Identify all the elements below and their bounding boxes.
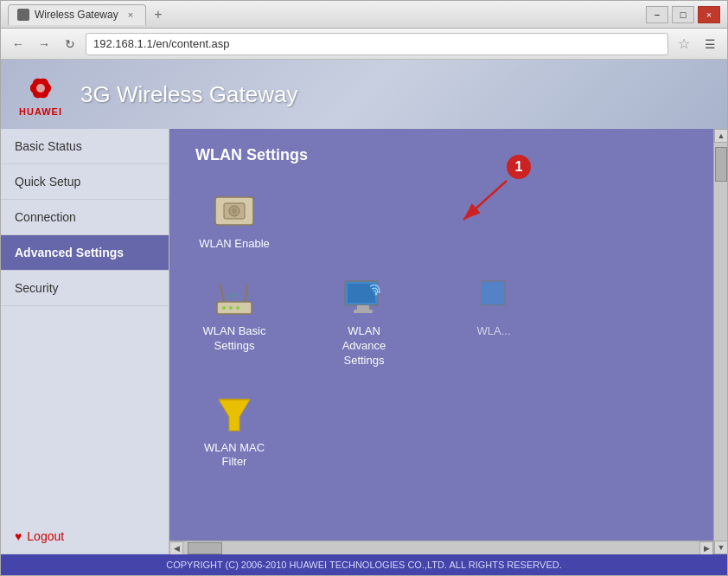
svg-point-24	[375, 292, 378, 295]
copyright-text: COPYRIGHT (C) 2006-2010 HUAWEI TECHNOLOG…	[166, 560, 561, 570]
tab-title: Wireless Gateway	[35, 9, 118, 21]
app-header: HUAWEI 3G Wireless Gateway	[1, 60, 727, 129]
annotation-arrow	[437, 176, 524, 228]
icons-grid: WLAN Enable	[195, 190, 701, 470]
brand-name: HUAWEI	[19, 106, 62, 117]
icon-wlan-advance[interactable]: WLAN Advance Settings	[325, 278, 403, 368]
logout-icon: ♥	[15, 529, 22, 543]
app-footer: COPYRIGHT (C) 2006-2010 HUAWEI TECHNOLOG…	[1, 554, 727, 575]
svg-point-12	[232, 208, 237, 214]
wlan-basic-icon	[212, 278, 257, 317]
icon-wlan-partial[interactable]: WLA...	[455, 278, 533, 339]
refresh-button[interactable]: ↻	[60, 34, 80, 54]
icons-row-3: WLAN MAC Filter	[195, 394, 701, 470]
scroll-thumb-v[interactable]	[715, 147, 727, 182]
svg-rect-25	[481, 281, 505, 305]
svg-rect-22	[357, 305, 369, 310]
sidebar-item-security[interactable]: Security	[1, 271, 169, 306]
sidebar-item-basic-status[interactable]: Basic Status	[1, 129, 169, 164]
wlan-basic-label: WLAN Basic Settings	[195, 324, 273, 354]
scrollbar-vertical[interactable]: ▲ ▼	[713, 129, 727, 554]
icon-wlan-mac-filter[interactable]: WLAN MAC Filter	[195, 394, 273, 470]
svg-point-18	[229, 306, 233, 310]
content-inner: WLAN Settings 1	[169, 129, 727, 487]
scrollbar-horizontal[interactable]: ◀ ▶	[169, 541, 713, 554]
huawei-logo-icon	[18, 72, 63, 105]
maximize-button[interactable]: □	[672, 6, 694, 23]
bookmark-icon[interactable]: ☆	[674, 34, 694, 54]
huawei-logo: HUAWEI	[18, 72, 63, 117]
svg-line-8	[463, 181, 507, 220]
annotation-badge-1: 1	[507, 155, 531, 179]
svg-point-19	[236, 306, 239, 310]
svg-point-6	[36, 84, 45, 93]
main-area: Basic Status Quick Setup Connection Adva…	[1, 129, 727, 554]
icon-wlan-enable[interactable]: WLAN Enable	[195, 190, 273, 252]
svg-line-14	[220, 285, 224, 302]
scroll-up-button[interactable]: ▲	[714, 129, 727, 143]
svg-rect-23	[354, 310, 373, 313]
sidebar-item-logout[interactable]: ♥ Logout	[1, 519, 169, 554]
browser-tab[interactable]: Wireless Gateway ×	[8, 4, 146, 25]
sidebar-item-connection[interactable]: Connection	[1, 200, 169, 235]
new-tab-button[interactable]: +	[146, 4, 170, 25]
close-button[interactable]: ×	[698, 6, 720, 23]
back-button[interactable]: ←	[8, 34, 29, 54]
scroll-down-button[interactable]: ▼	[714, 541, 727, 554]
tab-favicon	[17, 9, 29, 21]
browser-window: Wireless Gateway × + − □ × ← → ↻ 192.168…	[0, 0, 728, 576]
sidebar-item-advanced-settings[interactable]: Advanced Settings	[1, 235, 169, 271]
sidebar-item-quick-setup[interactable]: Quick Setup	[1, 164, 169, 200]
page-title: WLAN Settings	[195, 146, 701, 164]
wlan-enable-label: WLAN Enable	[199, 237, 270, 252]
wlan-advance-icon	[342, 278, 386, 317]
svg-line-15	[245, 285, 248, 302]
svg-point-16	[233, 295, 236, 298]
window-controls: − □ ×	[646, 6, 720, 23]
forward-button[interactable]: →	[34, 34, 54, 54]
scroll-left-button[interactable]: ◀	[169, 541, 183, 554]
scroll-thumb-h[interactable]	[188, 542, 222, 554]
scroll-right-button[interactable]: ▶	[699, 541, 713, 554]
app-title: 3G Wireless Gateway	[80, 81, 297, 108]
app-container: HUAWEI 3G Wireless Gateway Basic Status …	[1, 60, 727, 575]
svg-point-17	[222, 306, 226, 310]
wlan-mac-filter-icon	[215, 394, 253, 434]
scroll-track-h[interactable]	[183, 541, 699, 554]
tab-close-button[interactable]: ×	[125, 9, 137, 21]
sidebar: Basic Status Quick Setup Connection Adva…	[1, 129, 169, 554]
wlan-enable-icon	[212, 190, 257, 230]
menu-icon[interactable]: ☰	[699, 34, 720, 54]
content-scroll: WLAN Settings 1	[169, 129, 727, 554]
title-bar: Wireless Gateway × + − □ ×	[1, 1, 727, 29]
wlan-mac-filter-label: WLAN MAC Filter	[195, 441, 273, 470]
address-bar[interactable]: 192.168.1.1/en/content.asp	[86, 33, 668, 55]
minimize-button[interactable]: −	[646, 6, 668, 23]
icon-wlan-basic[interactable]: WLAN Basic Settings	[195, 278, 273, 354]
scroll-track-v[interactable]	[714, 143, 727, 541]
icons-row-2: WLAN Basic Settings	[195, 278, 701, 368]
wlan-partial-icon	[481, 278, 507, 317]
content-area: WLAN Settings 1	[169, 129, 727, 554]
nav-bar: ← → ↻ 192.168.1.1/en/content.asp ☆ ☰	[1, 29, 727, 60]
svg-marker-26	[219, 400, 250, 431]
wlan-partial-label: WLA...	[476, 324, 510, 339]
url-text: 192.168.1.1/en/content.asp	[93, 37, 230, 50]
wlan-advance-label: WLAN Advance Settings	[325, 324, 403, 368]
